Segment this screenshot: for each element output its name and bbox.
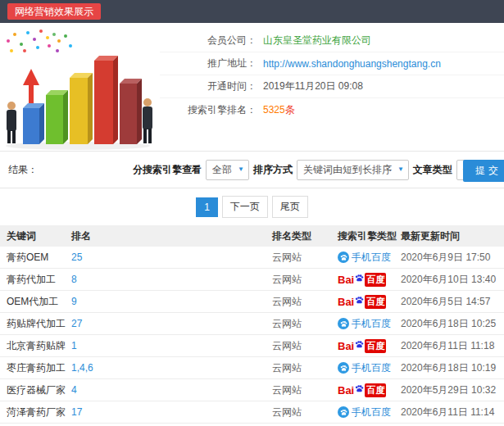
sort-select[interactable]: 关键词由短到长排序 ▼ <box>297 160 409 180</box>
update-time-cell: 2020年6月9日 17:50 <box>401 251 504 265</box>
header-update-time: 最新更新时间 <box>401 229 504 243</box>
mobile-baidu-logo: 手机百度 <box>338 361 391 375</box>
keyword-cell: 药贴牌代加工 <box>0 317 71 331</box>
update-time-cell: 2020年6月11日 11:18 <box>401 339 504 353</box>
keyword-cell: OEM代加工 <box>0 295 71 309</box>
header-rank-type: 排名类型 <box>272 229 338 243</box>
rank-cell[interactable]: 1 <box>71 340 272 351</box>
rank-cell[interactable]: 9 <box>71 296 272 307</box>
illustration <box>0 23 160 151</box>
sort-select-value: 关键词由短到长排序 <box>303 163 392 177</box>
rank-cell[interactable]: 25 <box>71 252 272 263</box>
pagination: 1 下一页 尾页 <box>0 188 504 225</box>
header-engine-type: 搜索引擎类型 <box>338 229 401 243</box>
rank-cell[interactable]: 27 <box>71 318 272 329</box>
engine-cell: Bai 百度 <box>338 295 401 309</box>
open-time-label: 开通时间： <box>160 79 257 93</box>
page-title: 网络营销效果展示 <box>7 3 101 20</box>
table-header: 关键词 排名 排名类型 搜索引擎类型 最新更新时间 <box>0 225 504 247</box>
rank-count-label: 搜索引擎排名： <box>160 103 257 117</box>
next-page-button[interactable]: 下一页 <box>222 196 268 218</box>
baidu-logo: Bai 百度 <box>338 273 386 287</box>
table-body: 膏药OEM 25 云网站 手机百度 2020年6月9日 17:50 膏药代加工 … <box>0 247 504 424</box>
table-row: OEM代加工 9 云网站 Bai 百度 2020年6月5日 14:57 <box>0 291 504 313</box>
sort-filter-label: 排序方式 <box>253 163 293 177</box>
baidu-paw-icon <box>355 274 364 283</box>
baidu-paw-icon <box>338 252 349 263</box>
header-keyword: 关键词 <box>0 229 71 243</box>
mobile-baidu-logo: 手机百度 <box>338 406 391 419</box>
info-row-rank-count: 搜索引擎排名： 5325 条 <box>160 98 504 121</box>
result-label: 结果： <box>8 163 38 177</box>
baidu-logo: Bai 百度 <box>338 295 386 309</box>
chevron-down-icon: ▼ <box>238 166 244 173</box>
engine-cell: Bai 百度 <box>338 383 401 397</box>
table-row: 北京膏药贴牌 1 云网站 Bai 百度 2020年6月11日 11:18 <box>0 335 504 357</box>
engine-cell: Bai 百度 <box>338 273 401 287</box>
table-row: 药贴牌代加工 27 云网站 手机百度 2020年6月18日 10:25 <box>0 313 504 335</box>
engine-cell: 手机百度 <box>338 361 401 375</box>
rank-type-cell: 云网站 <box>272 339 338 353</box>
rank-type-cell: 云网站 <box>272 406 338 419</box>
update-time-cell: 2020年6月18日 10:19 <box>401 361 504 375</box>
rank-cell[interactable]: 8 <box>71 274 272 285</box>
rank-count-value: 5325 <box>263 104 285 116</box>
rank-cell[interactable]: 4 <box>71 384 272 396</box>
engine-cell: 手机百度 <box>338 406 401 419</box>
update-time-cell: 2020年6月11日 11:14 <box>401 406 504 419</box>
rank-type-cell: 云网站 <box>272 295 338 309</box>
info-row-url: 推广地址： http://www.shandonghuangshengtang.… <box>160 52 504 75</box>
mobile-baidu-logo: 手机百度 <box>338 251 391 265</box>
baidu-paw-icon <box>355 340 364 349</box>
businessman-left-figure <box>7 102 16 143</box>
engine-cell: Bai 百度 <box>338 339 401 353</box>
info-row-open-time: 开通时间： 2019年11月20日 09:08 <box>160 75 504 98</box>
rank-cell[interactable]: 1,4,6 <box>71 362 272 374</box>
promotion-url-link[interactable]: http://www.shandonghuangshengtang.cn <box>263 58 441 70</box>
url-label: 推广地址： <box>160 57 257 70</box>
baidu-paw-icon <box>338 318 349 329</box>
page-1-button[interactable]: 1 <box>196 197 218 217</box>
table-row: 枣庄膏药加工 1,4,6 云网站 手机百度 2020年6月18日 10:19 <box>0 357 504 379</box>
keyword-cell: 膏药OEM <box>0 251 71 265</box>
table-row: 膏药代加工 8 云网站 Bai 百度 2020年6月10日 13:40 <box>0 269 504 291</box>
baidu-paw-icon <box>338 362 349 374</box>
mobile-baidu-logo: 手机百度 <box>338 317 391 331</box>
bar-chart-illustration <box>0 26 160 151</box>
rank-count-unit: 条 <box>285 103 295 117</box>
rank-type-cell: 云网站 <box>272 361 338 375</box>
baidu-paw-icon <box>355 296 364 305</box>
keyword-cell: 枣庄膏药加工 <box>0 361 71 375</box>
company-link[interactable]: 山东皇圣堂药业有限公司 <box>263 34 371 48</box>
info-rows: 会员公司： 山东皇圣堂药业有限公司 推广地址： http://www.shand… <box>160 23 504 151</box>
baidu-logo: Bai 百度 <box>338 339 386 353</box>
rank-type-cell: 云网站 <box>272 383 338 397</box>
top-bar: 网络营销效果展示 <box>0 0 504 23</box>
baidu-paw-icon <box>355 384 364 393</box>
update-time-cell: 2020年5月29日 10:32 <box>401 383 504 397</box>
engine-cell: 手机百度 <box>338 251 401 265</box>
submit-button[interactable]: 提交 <box>463 160 504 182</box>
info-row-company: 会员公司： 山东皇圣堂药业有限公司 <box>160 29 504 52</box>
bars <box>23 56 142 144</box>
table-row: 菏泽膏药厂家 17 云网站 手机百度 2020年6月11日 11:14 <box>0 401 504 424</box>
engine-cell: 手机百度 <box>338 317 401 331</box>
engine-select[interactable]: 全部 ▼ <box>206 160 249 180</box>
rank-type-cell: 云网站 <box>272 317 338 331</box>
filter-bar: 结果： 分搜索引擎查看 全部 ▼ 排序方式 关键词由短到长排序 ▼ 文章类型 全… <box>0 152 504 188</box>
header-rank: 排名 <box>71 229 272 243</box>
article-type-label: 文章类型 <box>413 163 452 177</box>
company-label: 会员公司： <box>160 34 257 48</box>
rank-type-cell: 云网站 <box>272 251 338 265</box>
last-page-button[interactable]: 尾页 <box>272 196 308 218</box>
businessman-right-figure <box>143 98 152 143</box>
growth-arrow-icon <box>23 69 39 105</box>
rank-type-cell: 云网站 <box>272 273 338 287</box>
baidu-paw-icon <box>338 406 349 418</box>
keyword-cell: 医疗器械厂家 <box>0 383 71 397</box>
open-time-value: 2019年11月20日 09:08 <box>263 79 363 93</box>
rank-cell[interactable]: 17 <box>71 406 272 418</box>
table-row: 膏药OEM 25 云网站 手机百度 2020年6月9日 17:50 <box>0 247 504 269</box>
table-row: 医疗器械厂家 4 云网站 Bai 百度 2020年5月29日 10:32 <box>0 379 504 401</box>
engine-select-value: 全部 <box>212 163 232 177</box>
